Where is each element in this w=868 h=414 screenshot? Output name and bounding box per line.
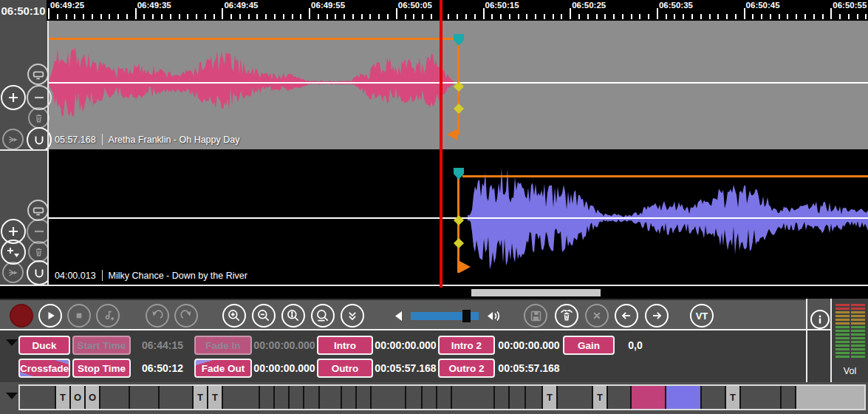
cart-cell[interactable] <box>495 386 510 409</box>
track-2-wave-area[interactable]: 04:00.013 Milky Chance - Down by the Riv… <box>49 149 868 285</box>
envelope-node-marker[interactable] <box>454 104 464 114</box>
outro-button[interactable]: Outro <box>317 359 373 378</box>
cart-cell-t[interactable]: T <box>208 386 223 409</box>
cart-cell[interactable] <box>130 386 160 409</box>
volume-slider[interactable] <box>411 312 479 320</box>
cart-cell[interactable] <box>702 386 726 409</box>
outro-value[interactable]: 00:05:57.168 <box>375 359 436 378</box>
horizontal-scrollbar[interactable] <box>0 285 868 299</box>
cart-cell[interactable] <box>632 386 666 409</box>
outro-2-button[interactable]: Outro 2 <box>438 359 495 378</box>
record-button[interactable] <box>10 304 33 328</box>
cart-cell[interactable] <box>342 386 357 409</box>
fade-in-marker[interactable] <box>459 261 471 273</box>
undo-button[interactable] <box>146 304 169 328</box>
cart-cell[interactable] <box>320 386 342 409</box>
info-icon[interactable] <box>810 310 830 329</box>
collapse-strip-caret[interactable] <box>6 393 18 399</box>
cart-cell[interactable] <box>357 386 372 409</box>
envelope-node-marker[interactable] <box>454 81 464 92</box>
add-audio-button[interactable] <box>96 304 120 328</box>
cart-cell[interactable] <box>782 386 796 409</box>
duck-button[interactable]: Duck <box>18 336 70 355</box>
envelope-node-marker[interactable] <box>454 238 464 248</box>
playhead-cursor[interactable] <box>440 0 442 288</box>
cart-cell[interactable] <box>20 386 56 409</box>
volume-envelope-line[interactable] <box>49 38 459 40</box>
zoom-selection-button[interactable] <box>311 304 335 328</box>
scrollbar-thumb[interactable] <box>471 289 601 296</box>
cart-cell-t[interactable]: T <box>543 386 558 409</box>
intro-button[interactable]: Intro <box>317 336 373 355</box>
cart-cell[interactable] <box>406 386 423 409</box>
cart-cell[interactable] <box>423 386 437 409</box>
cart-cell-t[interactable]: T <box>593 386 608 409</box>
track-1-wave-area[interactable]: 05:57.168 Aretha Franklin - Oh Happy Day <box>49 21 868 149</box>
collapse-track-button[interactable] <box>27 64 49 85</box>
cart-cell[interactable] <box>260 386 275 409</box>
delete-track-button[interactable] <box>28 241 49 262</box>
zoom-in-button[interactable] <box>222 304 246 328</box>
discard-all-button[interactable] <box>555 304 578 328</box>
playlist-strip[interactable]: TOOTTTTT <box>18 384 866 410</box>
intro-2-button[interactable]: Intro 2 <box>438 336 495 355</box>
cart-cell[interactable] <box>290 386 304 409</box>
close-button[interactable] <box>585 304 609 328</box>
cart-cell[interactable] <box>372 386 406 409</box>
crossfade-button[interactable]: Crossfade <box>18 359 70 378</box>
fade-out-marker[interactable] <box>447 129 458 140</box>
merge-tracks-button[interactable] <box>2 129 24 150</box>
zoom-out-button[interactable] <box>252 304 276 328</box>
voice-track-button[interactable]: VT <box>690 304 714 328</box>
cart-cell[interactable] <box>100 386 130 409</box>
gain-button[interactable]: Gain <box>563 336 615 355</box>
fade-out-value[interactable]: 00:00:00.000 <box>254 359 315 378</box>
cart-cell[interactable] <box>160 386 194 409</box>
outro-2-value[interactable]: 00:05:57.168 <box>497 359 561 378</box>
save-button[interactable] <box>524 304 547 328</box>
collapse-panel-caret[interactable] <box>6 339 18 346</box>
cart-cell[interactable] <box>741 386 782 409</box>
cart-cell[interactable] <box>526 386 543 409</box>
cart-cell[interactable] <box>608 386 632 409</box>
cart-cell-o[interactable]: O <box>86 386 100 409</box>
fade-in-value[interactable]: 00:00:00.000 <box>254 336 315 355</box>
start-time-value[interactable]: 06:44:15 <box>133 336 192 355</box>
stop-time-value[interactable]: 06:50:12 <box>133 359 192 378</box>
cart-cell[interactable] <box>223 386 260 409</box>
cue-start-marker[interactable] <box>453 33 465 47</box>
cart-cell[interactable] <box>558 386 593 409</box>
collapse-track-button[interactable] <box>27 200 49 221</box>
delete-track-button[interactable] <box>28 107 49 129</box>
intro-value[interactable]: 00:00:00.000 <box>375 336 436 355</box>
volume-slider-thumb[interactable] <box>462 310 471 322</box>
cart-cell[interactable] <box>437 386 452 409</box>
next-button[interactable] <box>645 304 669 328</box>
merge-tracks-button[interactable] <box>2 262 24 283</box>
cart-cell[interactable] <box>796 386 864 409</box>
fade-out-button[interactable]: Fade Out <box>194 359 252 378</box>
cart-cell[interactable] <box>666 386 702 409</box>
play-button[interactable] <box>38 304 62 328</box>
start-time-button[interactable]: Start Time <box>72 336 131 355</box>
cue-start-marker[interactable] <box>453 167 465 180</box>
stop-time-button[interactable]: Stop Time <box>72 359 131 378</box>
timeline-ruler[interactable]: 06:49:2506:49:3506:49:4506:49:5506:50:05… <box>47 0 868 21</box>
cart-cell[interactable] <box>304 386 320 409</box>
cart-cell-t[interactable]: T <box>726 386 741 409</box>
volume-envelope-line[interactable] <box>462 175 868 177</box>
stop-button[interactable] <box>67 304 91 328</box>
fade-in-button[interactable]: Fade In <box>194 336 252 355</box>
cart-cell-t[interactable]: T <box>56 386 71 409</box>
cart-cell[interactable] <box>275 386 290 409</box>
collapse-all-button[interactable] <box>341 304 364 328</box>
previous-button[interactable] <box>615 304 638 328</box>
redo-button[interactable] <box>174 304 198 328</box>
cart-cell-o[interactable]: O <box>71 386 86 409</box>
insert-track-button[interactable] <box>1 240 26 265</box>
intro-2-value[interactable]: 00:00:00.000 <box>497 336 561 355</box>
envelope-node-marker[interactable] <box>454 215 464 225</box>
gain-value[interactable]: 0,0 <box>617 336 654 355</box>
cart-cell[interactable] <box>452 386 495 409</box>
zoom-in-track-button[interactable] <box>1 85 26 110</box>
